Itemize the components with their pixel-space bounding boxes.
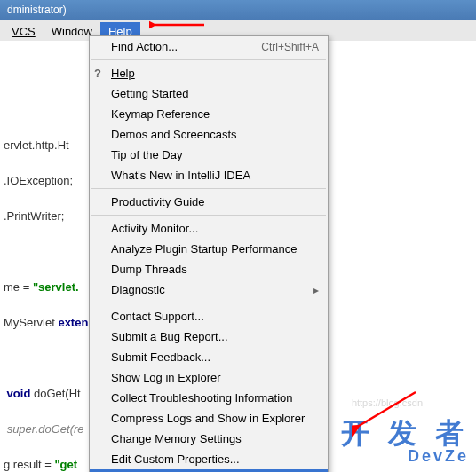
help-menu-dropdown: Find Action...Ctrl+Shift+A ?Help Getting… <box>89 35 329 472</box>
annotation-arrow-to-vm-options <box>352 389 423 437</box>
menu-change-memory[interactable]: Change Memory Settings <box>90 429 328 449</box>
menu-contact-support[interactable]: Contact Support... <box>90 306 328 326</box>
menu-show-log[interactable]: Show Log in Explorer <box>90 367 328 388</box>
svg-line-1 <box>359 392 416 426</box>
menu-whats-new[interactable]: What's New in IntelliJ IDEA <box>90 165 328 185</box>
menu-collect-troubleshooting[interactable]: Collect Troubleshooting Information <box>90 388 328 408</box>
menu-activity-monitor[interactable]: Activity Monitor... <box>90 218 328 239</box>
annotation-arrow-to-help <box>149 16 211 34</box>
menu-submit-bug[interactable]: Submit a Bug Report... <box>90 326 328 347</box>
menu-demos[interactable]: Demos and Screencasts <box>90 124 328 145</box>
window-titlebar: dministrator) <box>0 0 476 20</box>
menu-submit-feedback[interactable]: Submit Feedback... <box>90 347 328 367</box>
submenu-arrow-icon: ▸ <box>313 284 319 296</box>
menu-find-action[interactable]: Find Action...Ctrl+Shift+A <box>90 36 328 57</box>
menu-productivity-guide[interactable]: Productivity Guide <box>90 192 328 212</box>
menu-vcs[interactable]: VCS <box>4 22 44 41</box>
menu-dump-threads[interactable]: Dump Threads <box>90 259 328 279</box>
menu-keymap-reference[interactable]: Keymap Reference <box>90 104 328 124</box>
menu-compress-logs[interactable]: Compress Logs and Show in Explorer <box>90 408 328 429</box>
shortcut-label: Ctrl+Shift+A <box>261 41 319 53</box>
menu-help-item[interactable]: ?Help <box>90 63 328 83</box>
menu-analyze-plugin[interactable]: Analyze Plugin Startup Performance <box>90 239 328 259</box>
menu-tip-of-day[interactable]: Tip of the Day <box>90 145 328 165</box>
question-icon: ? <box>94 67 101 80</box>
menu-diagnostic[interactable]: Diagnostic▸ <box>90 279 328 300</box>
menu-getting-started[interactable]: Getting Started <box>90 83 328 104</box>
menu-edit-custom-properties[interactable]: Edit Custom Properties... <box>90 449 328 469</box>
